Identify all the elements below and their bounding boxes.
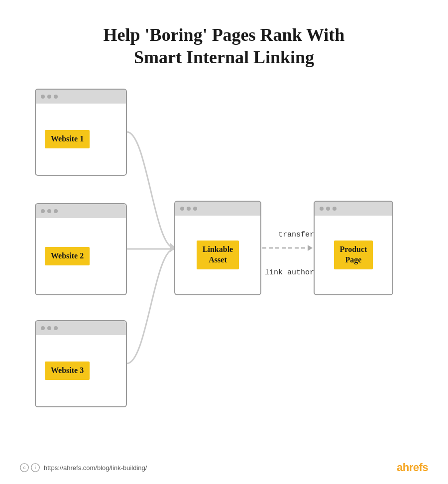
footer-icons: c i	[20, 463, 40, 472]
window-website3: Website 3	[35, 320, 127, 407]
dot3	[54, 209, 58, 213]
content-website1: Website 1	[36, 104, 126, 175]
dot3	[333, 207, 336, 211]
linkable-label: Linkable Asset	[197, 241, 239, 269]
window-website2: Website 2	[35, 203, 127, 295]
dot3	[193, 207, 197, 211]
dot1	[180, 207, 184, 211]
product-line2: Page	[345, 255, 362, 264]
info-icon: i	[31, 463, 40, 472]
dot2	[187, 207, 191, 211]
titlebar-linkable	[175, 202, 260, 216]
website2-label: Website 2	[45, 247, 90, 265]
svg-marker-1	[170, 246, 174, 252]
page-wrapper: Help 'Boring' Pages Rank With Smart Inte…	[0, 0, 448, 484]
linkable-line1: Linkable	[203, 245, 233, 253]
svg-text:c: c	[23, 465, 26, 470]
product-line1: Product	[340, 245, 367, 253]
linkable-inner: Linkable Asset	[184, 225, 251, 285]
content-website3: Website 3	[36, 335, 126, 406]
titlebar-website2	[36, 204, 126, 218]
window-linkable: Linkable Asset	[174, 201, 261, 295]
ahrefs-logo: ahrefs	[397, 461, 428, 474]
dot1	[41, 209, 45, 213]
product-label: Product Page	[334, 241, 373, 269]
window-website1: Website 1	[35, 89, 127, 176]
dot3	[54, 95, 58, 99]
page-title: Help 'Boring' Pages Rank With Smart Inte…	[104, 24, 345, 69]
footer-left: c i https://ahrefs.com/blog/link-buildin…	[20, 463, 147, 472]
dot1	[320, 207, 324, 211]
titlebar-website1	[36, 90, 126, 104]
svg-marker-0	[170, 243, 174, 250]
content-linkable: Linkable Asset	[175, 216, 260, 294]
dot2	[47, 95, 51, 99]
svg-marker-2	[170, 246, 174, 252]
svg-text:i: i	[35, 465, 36, 470]
cc-icon: c	[20, 463, 29, 472]
footer-url: https://ahrefs.com/blog/link-building/	[44, 464, 147, 472]
diagram-area: Website 1 Website 2 Website 3	[20, 84, 428, 422]
titlebar-product	[315, 202, 392, 216]
dot2	[47, 209, 51, 213]
footer: c i https://ahrefs.com/blog/link-buildin…	[20, 461, 428, 474]
title-line2: Smart Internal Linking	[134, 47, 314, 67]
dot2	[47, 326, 51, 330]
title-line1: Help 'Boring' Pages Rank With	[104, 25, 345, 45]
titlebar-website3	[36, 321, 126, 335]
website3-label: Website 3	[45, 362, 90, 380]
dot1	[41, 95, 45, 99]
dot1	[41, 326, 45, 330]
website1-label: Website 1	[45, 130, 90, 148]
content-website2: Website 2	[36, 218, 126, 294]
content-product: Product Page	[315, 216, 392, 294]
dot3	[54, 326, 58, 330]
product-inner: Product Page	[324, 225, 383, 285]
dot2	[326, 207, 330, 211]
linkable-line2: Asset	[209, 255, 226, 264]
window-product: Product Page	[314, 201, 393, 295]
